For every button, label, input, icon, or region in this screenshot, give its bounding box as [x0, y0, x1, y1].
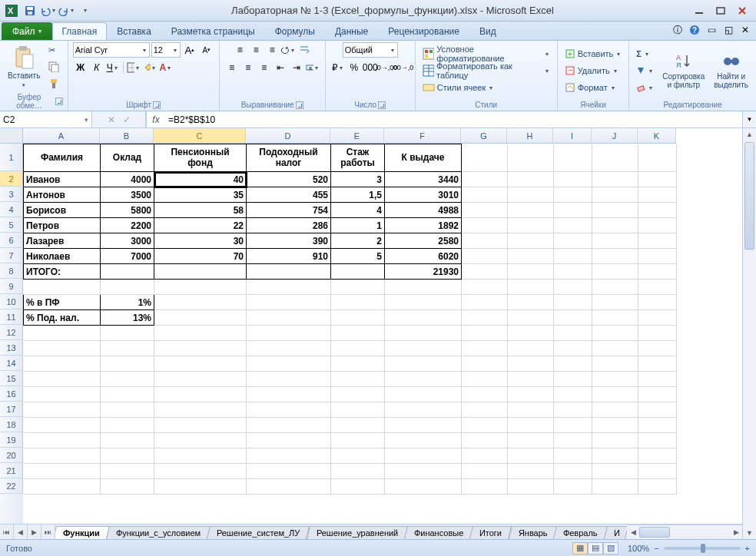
- column-header-D[interactable]: D: [246, 128, 330, 143]
- cut-button[interactable]: ✂: [46, 42, 61, 58]
- cell-B16[interactable]: [101, 387, 154, 402]
- cell-B1[interactable]: Оклад: [101, 144, 154, 172]
- minimize-ribbon-icon[interactable]: ⓘ: [671, 24, 684, 36]
- cell-F3[interactable]: 3010: [385, 187, 462, 203]
- cell-E8[interactable]: [331, 264, 385, 280]
- cell-D5[interactable]: 286: [247, 218, 331, 233]
- cell-H9[interactable]: [508, 280, 554, 295]
- cell-J13[interactable]: [592, 341, 638, 356]
- number-dialog-launcher[interactable]: [378, 101, 386, 109]
- cell-J8[interactable]: [592, 264, 638, 280]
- cell-F17[interactable]: [385, 402, 462, 418]
- cell-G16[interactable]: [462, 387, 508, 402]
- cell-K22[interactable]: [638, 479, 677, 495]
- view-page-break-button[interactable]: ▧: [603, 542, 618, 554]
- cell-A21[interactable]: [24, 464, 101, 479]
- cell-G8[interactable]: [462, 264, 508, 280]
- cell-F14[interactable]: [385, 356, 462, 372]
- orientation-button[interactable]: ⭯▾: [280, 42, 296, 58]
- cell-G22[interactable]: [462, 479, 508, 495]
- cell-E5[interactable]: 1: [331, 218, 385, 233]
- row-header-1[interactable]: 1: [0, 144, 23, 171]
- cell-G3[interactable]: [462, 187, 508, 203]
- cell-F1[interactable]: К выдаче: [385, 144, 462, 172]
- cell-H18[interactable]: [508, 418, 554, 433]
- cell-A20[interactable]: [24, 448, 101, 464]
- cell-G7[interactable]: [462, 249, 508, 264]
- cell-I3[interactable]: [554, 187, 592, 203]
- sheet-tab-4[interactable]: Финансовые: [404, 526, 474, 539]
- cell-H1[interactable]: [508, 144, 554, 172]
- cell-D14[interactable]: [247, 356, 331, 372]
- app-icon[interactable]: X: [3, 2, 20, 19]
- cell-A7[interactable]: Николаев: [24, 249, 101, 264]
- cell-K14[interactable]: [638, 356, 677, 372]
- font-color-button[interactable]: A▾: [158, 60, 174, 75]
- decrease-indent-button[interactable]: ⇤: [273, 60, 288, 75]
- cell-K2[interactable]: [638, 172, 677, 187]
- cell-E9[interactable]: [331, 280, 385, 295]
- cell-K19[interactable]: [638, 433, 677, 448]
- format-painter-button[interactable]: [46, 76, 61, 91]
- view-page-layout-button[interactable]: ▤: [588, 542, 603, 554]
- cell-J7[interactable]: [592, 249, 638, 264]
- formula-input[interactable]: =B2*$B$10: [165, 114, 742, 125]
- cell-D16[interactable]: [247, 387, 331, 402]
- cell-J20[interactable]: [592, 448, 638, 464]
- cell-A6[interactable]: Лазарев: [24, 233, 101, 249]
- tab-view[interactable]: Вид: [469, 22, 506, 40]
- increase-indent-button[interactable]: ⇥: [289, 60, 304, 75]
- window-minimize-doc-icon[interactable]: ▭: [705, 24, 718, 36]
- cell-G1[interactable]: [462, 144, 508, 172]
- cell-C8[interactable]: [154, 264, 247, 280]
- cell-K21[interactable]: [638, 464, 677, 479]
- zoom-in-button[interactable]: +: [745, 544, 750, 553]
- window-restore-doc-icon[interactable]: ◱: [722, 24, 734, 36]
- cell-G9[interactable]: [462, 280, 508, 295]
- cell-H14[interactable]: [508, 356, 554, 372]
- cell-I8[interactable]: [554, 264, 592, 280]
- cell-G11[interactable]: [462, 310, 508, 326]
- bold-button[interactable]: Ж: [73, 60, 88, 75]
- cell-B10[interactable]: 1%: [101, 295, 154, 310]
- cell-A13[interactable]: [24, 341, 101, 356]
- conditional-format-button[interactable]: Условное форматирование▾: [420, 46, 552, 61]
- cells-area[interactable]: ФамилияОкладПенсионныйфондПодоходныйнало…: [23, 144, 677, 495]
- hscroll-thumb[interactable]: [639, 527, 670, 538]
- cancel-formula-icon[interactable]: ✕: [108, 114, 115, 125]
- clear-button[interactable]: ▾: [634, 80, 656, 95]
- tab-data[interactable]: Данные: [325, 22, 378, 40]
- sheet-tab-3[interactable]: Решение_уравнений: [307, 526, 409, 539]
- cell-C4[interactable]: 58: [154, 203, 247, 218]
- cell-A10[interactable]: % в ПФ: [24, 295, 101, 310]
- vscroll-down[interactable]: ▼: [743, 527, 756, 539]
- cell-B19[interactable]: [101, 433, 154, 448]
- cell-A19[interactable]: [24, 433, 101, 448]
- cell-E6[interactable]: 2: [331, 233, 385, 249]
- cell-H10[interactable]: [508, 295, 554, 310]
- insert-cells-button[interactable]: +Вставить▾: [562, 46, 625, 61]
- cell-D4[interactable]: 754: [247, 203, 331, 218]
- cell-F7[interactable]: 6020: [385, 249, 462, 264]
- cell-F18[interactable]: [385, 418, 462, 433]
- cell-E17[interactable]: [331, 402, 385, 418]
- cell-H19[interactable]: [508, 433, 554, 448]
- cell-J21[interactable]: [592, 464, 638, 479]
- cell-F5[interactable]: 1892: [385, 218, 462, 233]
- align-middle-button[interactable]: ≡: [248, 42, 264, 58]
- cell-F4[interactable]: 4988: [385, 203, 462, 218]
- tab-nav-prev[interactable]: ◀: [14, 525, 28, 539]
- cell-F22[interactable]: [385, 479, 462, 495]
- column-header-C[interactable]: C: [154, 128, 246, 143]
- cell-C6[interactable]: 30: [154, 233, 247, 249]
- cell-K20[interactable]: [638, 448, 677, 464]
- cell-D17[interactable]: [247, 402, 331, 418]
- column-header-A[interactable]: A: [23, 128, 100, 143]
- cell-F21[interactable]: [385, 464, 462, 479]
- column-header-H[interactable]: H: [507, 128, 553, 143]
- cell-I17[interactable]: [554, 402, 592, 418]
- cell-I22[interactable]: [554, 479, 592, 495]
- vertical-scrollbar[interactable]: ▲ ▼: [742, 128, 756, 539]
- align-bottom-button[interactable]: ≡: [264, 42, 280, 58]
- font-dialog-launcher[interactable]: [153, 101, 161, 109]
